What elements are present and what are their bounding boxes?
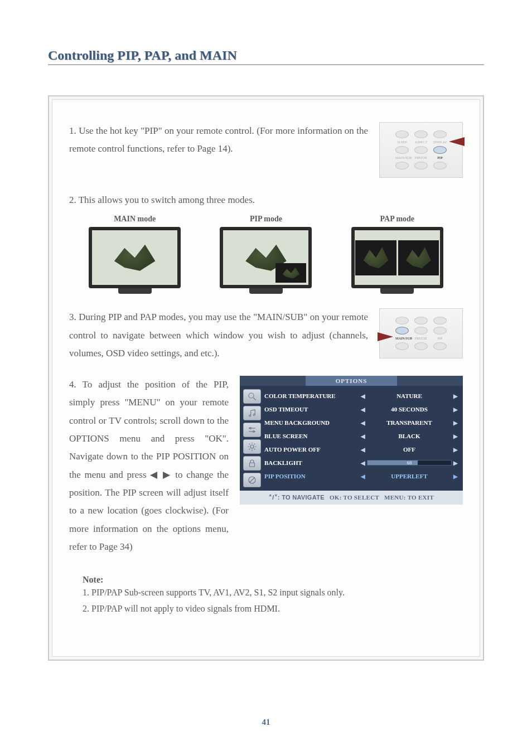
mode-pip: PIP mode — [220, 215, 312, 288]
right-arrow-icon: ▶ — [452, 393, 460, 399]
svg-line-1 — [253, 398, 256, 400]
osd-option-label: BLUE SCREEN — [264, 433, 359, 439]
left-arrow-icon: ◀ — [359, 460, 367, 466]
right-arrow-icon: ▶ — [452, 447, 460, 453]
right-arrow-icon: ▶ — [452, 406, 460, 413]
osd-option-row: BLUE SCREEN◀BLACK▶ — [264, 430, 460, 442]
content-frame-outer: 1. Use the hot key "PIP" on your remote … — [48, 95, 484, 661]
remote-button-mainsub — [395, 327, 409, 335]
osd-sidebar-icons — [243, 389, 261, 487]
osd-option-row: BACKLIGHT◀60▶ — [264, 457, 460, 468]
osd-option-value: NATURE — [367, 392, 452, 399]
osd-option-label: COLOR TEMPERATURE — [264, 392, 359, 399]
block-icon — [243, 473, 261, 487]
osd-option-list: COLOR TEMPERATURE◀NATURE▶OSD TIMEOUT◀40 … — [264, 389, 460, 487]
note-block: Note: 1. PIP/PAP Sub-screen supports TV,… — [69, 575, 463, 617]
tv-illustration-main — [89, 227, 181, 288]
left-arrow-icon: ◀ — [359, 433, 367, 439]
pip-sub-screen — [275, 263, 306, 283]
mode-pap: PAP mode — [351, 215, 443, 288]
remote-button — [414, 327, 428, 335]
leaf-icon — [109, 241, 161, 274]
left-arrow-icon: ◀ — [359, 406, 367, 413]
right-arrow-icon: ▶ — [452, 460, 460, 466]
osd-option-row: MENU BACKGROUND◀TRANSPARENT▶ — [264, 417, 460, 428]
remote-button — [395, 342, 409, 350]
step4-text: 4. To adjust the position of the PIP, si… — [69, 376, 229, 556]
osd-option-row: COLOR TEMPERATURE◀NATURE▶ — [264, 390, 460, 401]
gear-icon — [243, 439, 261, 454]
leaf-icon — [360, 244, 391, 271]
remote-button — [414, 162, 428, 169]
osd-option-value: BLACK — [367, 433, 452, 439]
left-arrow-icon: ◀ — [359, 393, 367, 399]
svg-point-3 — [253, 414, 255, 416]
left-arrow-icon: ◀ — [359, 473, 367, 479]
right-arrow-icon: ▶ — [452, 420, 460, 426]
right-arrow-icon: ▶ — [452, 473, 460, 479]
osd-option-value: OFF — [367, 446, 452, 453]
step-4: 4. To adjust the position of the PIP, si… — [69, 376, 463, 556]
remote-button — [433, 317, 447, 324]
svg-point-8 — [250, 445, 254, 448]
remote-label: FREEZE — [414, 337, 428, 340]
remote-illustration-mainsub: MAIN/SUB FREEZE PIP — [379, 308, 463, 358]
remote-label: PIP — [433, 337, 447, 340]
note-icon — [243, 406, 261, 420]
osd-option-label: BACKLIGHT — [264, 459, 359, 466]
remote-label-mainsub: MAIN/SUB — [395, 337, 409, 340]
step-2: 2. This allows you to switch among three… — [69, 191, 463, 288]
remote-button — [395, 130, 409, 138]
svg-point-2 — [249, 415, 251, 416]
note-line-1: 1. PIP/PAP Sub-screen supports TV, AV1, … — [83, 585, 463, 601]
remote-button — [414, 130, 428, 138]
step3-text: 3. During PIP and PAP modes, you may use… — [69, 308, 368, 362]
left-arrow-icon: ◀ — [359, 447, 367, 453]
mode-main: MAIN mode — [89, 215, 181, 288]
step-3: 3. During PIP and PAP modes, you may use… — [69, 308, 463, 362]
section-title: Controlling PIP, PAP, and MAIN — [48, 48, 484, 65]
magnify-icon — [243, 389, 261, 404]
modes-row: MAIN mode PIP mode PAP mode — [69, 215, 463, 288]
osd-option-row: PIP POSITION◀UPPERLEFT▶ — [264, 471, 460, 482]
remote-button — [414, 342, 428, 350]
osd-option-row: AUTO POWER OFF◀OFF▶ — [264, 444, 460, 455]
osd-option-value: TRANSPARENT — [367, 419, 452, 426]
page-number: 41 — [0, 718, 532, 727]
remote-button — [395, 146, 409, 154]
osd-option-value: UPPERLEFT — [367, 473, 452, 479]
tv-illustration-pap — [351, 227, 443, 288]
osd-menu-illustration: OPTIONS COLOR TEMPERATURE◀NATURE▶OSD TIM… — [240, 376, 463, 556]
note-heading: Note: — [83, 575, 463, 585]
step-1: 1. Use the hot key "PIP" on your remote … — [69, 122, 463, 178]
sliders-icon — [243, 423, 261, 437]
osd-option-row: OSD TIMEOUT◀40 SECONDS▶ — [264, 404, 460, 415]
osd-option-label: PIP POSITION — [264, 473, 359, 479]
arrow-pip-icon — [449, 137, 465, 146]
remote-button — [414, 317, 428, 324]
content-frame-inner: 1. Use the hot key "PIP" on your remote … — [52, 99, 480, 657]
tv-illustration-pip — [220, 227, 312, 288]
remote-button — [433, 342, 447, 350]
osd-backlight-bar: 60 — [367, 460, 452, 466]
remote-button — [433, 327, 447, 335]
footer-ok: OK: TO SELECT — [330, 494, 379, 501]
remote-button — [395, 317, 409, 324]
arrow-mainsub-icon — [378, 332, 393, 341]
osd-option-label: MENU BACKGROUND — [264, 419, 359, 426]
leaf-icon — [403, 244, 434, 271]
osd-option-label: AUTO POWER OFF — [264, 446, 359, 453]
remote-label: FREEZE — [414, 156, 428, 159]
remote-label: DISPLAY — [433, 140, 447, 144]
footer-menu: MENU: TO EXIT — [384, 494, 434, 501]
footer-nav: ˄/˅: TO NAVIGATE — [269, 494, 325, 501]
remote-label-pip: PIP — [433, 156, 447, 159]
remote-button-pip — [433, 146, 447, 154]
remote-button — [433, 130, 447, 138]
osd-option-label: OSD TIMEOUT — [264, 406, 359, 413]
mode-label: PAP mode — [380, 215, 415, 224]
step2-text: 2. This allows you to switch among three… — [69, 191, 463, 209]
svg-point-0 — [249, 393, 254, 398]
mode-label: PIP mode — [250, 215, 282, 224]
left-arrow-icon: ◀ — [359, 420, 367, 426]
